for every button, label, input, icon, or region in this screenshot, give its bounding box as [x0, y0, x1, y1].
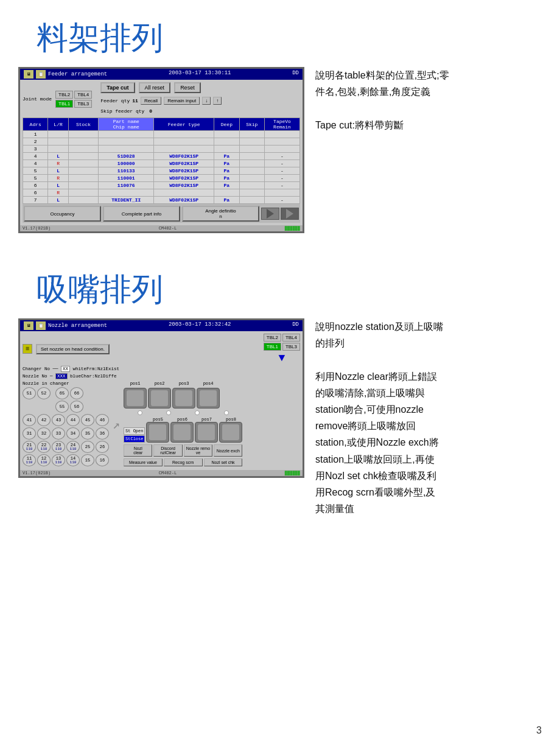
pos4-square — [197, 388, 220, 409]
nozzle-title-area: 吸嘴排列 — [0, 251, 560, 318]
nozzle-cell-66: 66 — [70, 387, 83, 399]
nozzle-cell-13: 13110 — [52, 454, 65, 466]
tbl2-button[interactable]: TBL2 — [55, 91, 73, 99]
nozzle-cell-45: 45 — [81, 414, 94, 426]
tape-cut-button[interactable]: Tape cut — [100, 82, 135, 93]
nozzle-cell-16: 16 — [96, 454, 109, 466]
feeder-titlebar-left: 🖥 📋 Feeder arrangement — [24, 70, 107, 79]
recall-button[interactable]: Recall — [141, 97, 161, 105]
pos5-8-labels: pos5 pos6 pos7 pos8 — [146, 417, 242, 422]
nozzle-desc-p2-l3: station吻合,可使用nozzle — [315, 404, 424, 415]
pos3-label: pos3 — [172, 381, 195, 386]
nozzle-cell-14: 14110 — [66, 454, 80, 466]
feeder-qty-val: 11 — [132, 98, 138, 103]
col-deep: Deep — [214, 118, 239, 131]
nozzle-icon1: 🖥 — [24, 321, 33, 330]
nozzle-top-row: ☰ Set nozzle on head condition. TBL2 TBL… — [23, 334, 300, 364]
nozzle-desc-line1: 說明nozzle station及頭上吸嘴 — [315, 318, 542, 335]
feeder-section: 料架排列 🖥 📋 Feeder arrangement 2003-03-17 1… — [0, 0, 560, 233]
nozzle-changer-area: Nozzle in changer 51 52 65 66 — [23, 381, 109, 468]
table-row: 3 — [23, 146, 300, 153]
tbl3-button[interactable]: TBL3 — [74, 100, 92, 108]
nozzle-icon2: 📋 — [36, 321, 46, 330]
blue-char: blueChar:NzlDiffe — [70, 374, 117, 379]
joint-mode-label: Joint mode — [23, 96, 52, 102]
nozzle-in-changer-label: Nozzle in changer — [23, 381, 109, 386]
nozzle-datetime: 2003-03-17 13:32:42 — [169, 321, 231, 330]
nozzle-desc-para2: 利用Nozzle clear將頭上錯誤 的吸嘴清除,當頭上吸嘴與 station… — [315, 368, 542, 517]
pos5-label: pos5 — [146, 417, 169, 422]
st-close-label: StClose — [124, 435, 145, 443]
tbl4-button[interactable]: TBL4 — [74, 91, 92, 99]
nozzle-cell-26: 26 — [96, 441, 109, 453]
dots-row — [124, 410, 242, 415]
col-feedertype: Feeder type — [154, 118, 214, 131]
feeder-dd: DD — [292, 70, 299, 79]
nozzle-tbl3-button[interactable]: TBL3 — [282, 343, 300, 351]
nozzle-footer-version: V1.17(021B) — [23, 471, 51, 475]
down-button[interactable]: ↓ — [202, 97, 211, 105]
feeder-qty-label: Feeder qty — [100, 98, 130, 103]
measure-value-button[interactable]: Measure value — [124, 458, 163, 466]
nozl-set-chk-button[interactable]: Nozl set chk — [204, 458, 243, 466]
up-button[interactable]: ↑ — [213, 97, 222, 105]
all-reset-button[interactable]: All reset — [139, 82, 171, 93]
nozzle-desc-p2-l6: station上吸嘴放回頭上,再使 — [315, 454, 435, 465]
col-lr: L/R — [48, 118, 68, 131]
pos4-label: pos4 — [197, 381, 220, 386]
nozzle-tbl4-button[interactable]: TBL4 — [282, 334, 300, 342]
feeder-desc-line1: 說明各table料架的位置,型式;零 — [315, 67, 542, 83]
reset-button[interactable]: Reset — [174, 82, 201, 93]
nozzle-cell-33: 33 — [52, 427, 65, 440]
nozzle-action-btns-row1: Nozlclear DiscordnzlClear Nozzle remove … — [124, 444, 242, 457]
table-row: 7L TRIDENT_IIWD8F02K1SP Pa- — [23, 197, 300, 204]
feeder-datetime: 2003-03-17 13:30:11 — [169, 70, 231, 79]
nozzle-cell-22: 22110 — [37, 441, 51, 453]
nozzle-cell-46: 46 — [96, 414, 109, 426]
table-row: 4L 51D028WD8F02K1SP Pa- — [23, 153, 300, 160]
nozzle-desc-p2-l8: 用Recog scrn看吸嘴外型,及 — [315, 487, 435, 497]
feeder-content-row: 🖥 📋 Feeder arrangement 2003-03-17 13:30:… — [18, 67, 542, 233]
occupancy-button[interactable]: Occupancy — [24, 206, 101, 222]
nozzle-desc-p2-l1: 利用Nozzle clear將頭上錯誤 — [315, 371, 437, 382]
nozzle-cell-21: 21110 — [23, 441, 36, 453]
feeder-description: 說明各table料架的位置,型式;零 件名,包裝,剩餘量,角度定義 Tape c… — [315, 67, 542, 133]
nozzle-action-btns-row2: Measure value Recog scrn Nozl set chk — [124, 458, 242, 466]
nozzle-row-11-16: 11110 12110 13110 14110 15 16 — [23, 454, 109, 466]
remain-input-button[interactable]: Remain input — [164, 97, 200, 105]
nozzle-tbl2-button[interactable]: TBL2 — [264, 334, 281, 342]
nozzle-tbl1-button[interactable]: TBL1 — [264, 343, 281, 351]
discord-nzl-clear-button[interactable]: DiscordnzlClear — [153, 444, 182, 457]
nozl-clear-button[interactable]: Nozlclear — [124, 444, 152, 457]
feeder-screen-title: Feeder arrangement — [48, 71, 107, 77]
nozzle-desc-line2: 的排列 — [315, 335, 542, 351]
nozzle-row-1: 51 52 65 66 — [23, 387, 109, 399]
feeder-body: Joint mode TBL2 TBL4 TBL1 TBL3 — [20, 80, 303, 225]
changer-info-row: Changer No ── XX whiteFrm:NzlExist — [23, 366, 300, 371]
nozzle-footer: V1.17(021B) CM402-L ▓▓▓▓▓▓ — [20, 470, 303, 476]
recog-scrn-button[interactable]: Recog scrn — [164, 458, 203, 466]
nozzle-cell-56: 56 — [70, 401, 83, 413]
nozzle-cell-41: 41 — [23, 414, 36, 426]
feeder-footer: V1.17(021B) CM402-L ▓▓▓▓▓▓ — [20, 225, 303, 231]
joint-mode-row: Joint mode TBL2 TBL4 TBL1 TBL3 — [23, 82, 300, 116]
table-row: 5L 110133WD8F02K1SP Pa- — [23, 167, 300, 175]
pos2-label: pos2 — [148, 381, 171, 386]
pos5-8-squares — [146, 422, 242, 443]
nozzle-cell-36: 36 — [96, 427, 109, 440]
feeder-titlebar: 🖥 📋 Feeder arrangement 2003-03-17 13:30:… — [20, 69, 303, 80]
pos7-square — [195, 422, 218, 443]
set-nozzle-button[interactable]: Set nozzle on head condition. — [36, 344, 110, 354]
nozzle-remove-button[interactable]: Nozzle remove — [184, 444, 212, 457]
tbl1-button[interactable]: TBL1 — [55, 100, 73, 108]
nozzle-desc-p2-l2: 的吸嘴清除,當頭上吸嘴與 — [315, 388, 425, 398]
complete-part-info-button[interactable]: Complete part info — [103, 206, 180, 222]
col-tapevo: TapeVoRemain — [265, 118, 300, 131]
nozzle-exch-button[interactable]: Nozzle exch — [214, 444, 242, 457]
arrow-down-icon: ▼ — [264, 352, 300, 364]
nozzle-row-41-46: 41 42 43 44 45 46 — [23, 414, 109, 426]
nozzle-no-val: XXX — [55, 373, 68, 379]
nozzle-title: 吸嘴排列 — [18, 258, 542, 316]
nozzle-main-area: Nozzle in changer 51 52 65 66 — [23, 381, 300, 468]
angle-definition-button[interactable]: Angle definition — [182, 206, 259, 222]
